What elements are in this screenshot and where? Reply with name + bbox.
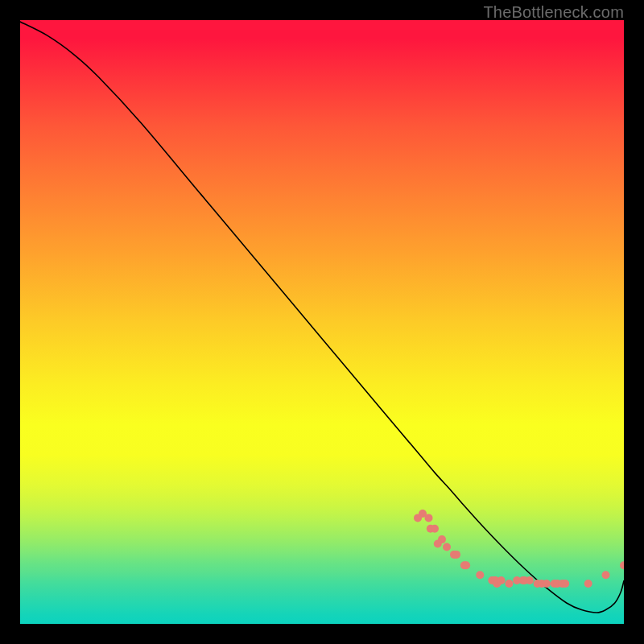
- scatter-point: [462, 561, 470, 569]
- scatter-point: [476, 571, 484, 579]
- scatter-point: [425, 514, 433, 522]
- scatter-point: [526, 576, 534, 584]
- scatter-point: [452, 551, 460, 559]
- chart-stage: TheBottleneck.com: [0, 0, 644, 644]
- scatter-point: [584, 580, 592, 588]
- chart-svg: [20, 20, 624, 624]
- scatter-point: [602, 571, 610, 579]
- chart-curve: [20, 22, 624, 613]
- scatter-point: [543, 580, 551, 588]
- chart-scatter-points: [414, 510, 624, 588]
- watermark-text: TheBottleneck.com: [483, 3, 624, 22]
- scatter-point: [497, 576, 506, 584]
- scatter-point: [561, 580, 569, 588]
- scatter-point: [620, 561, 624, 569]
- scatter-point: [431, 525, 439, 533]
- scatter-point: [505, 580, 513, 588]
- scatter-point: [443, 543, 451, 551]
- scatter-point: [438, 535, 446, 543]
